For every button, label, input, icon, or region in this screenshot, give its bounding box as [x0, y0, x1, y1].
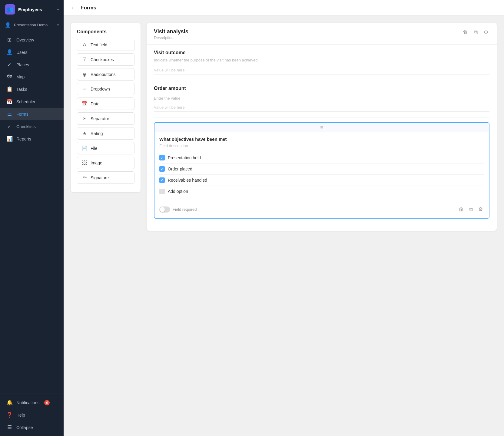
field-copy-button[interactable]: ⧉ — [468, 206, 474, 213]
toggle-knob — [160, 207, 165, 212]
sidebar-item-label-map: Map — [16, 74, 25, 79]
users-icon: 👤 — [6, 49, 13, 55]
component-label-dropdown: Dropdown — [91, 87, 110, 91]
sidebar-item-label-forms: Forms — [16, 112, 28, 117]
sidebar-item-label-checklists: Checklists — [16, 124, 36, 129]
checkbox-row-add-option[interactable]: Add option — [159, 186, 484, 197]
checkbox-row-order-placed[interactable]: ✓Order placed — [159, 164, 484, 175]
checkbox-add-option[interactable] — [159, 189, 165, 194]
date-icon: 📅 — [81, 101, 88, 107]
checkbox-list: ✓Presentation held✓Order placed✓Receivab… — [159, 152, 484, 197]
reports-icon: 📊 — [6, 136, 13, 142]
footer-item-collapse[interactable]: ☰Collapse — [0, 421, 64, 434]
brand-label: Employees — [18, 7, 42, 12]
rating-icon: ★ — [81, 130, 88, 136]
help-icon: ❓ — [6, 412, 13, 418]
back-button[interactable]: ← — [71, 4, 77, 11]
radiobuttons-icon: ◉ — [81, 71, 88, 77]
map-icon: 🗺 — [6, 74, 13, 80]
draggable-content: What objectives have been met Field desc… — [154, 132, 489, 201]
components-panel: Components AText field☑Checkboxes◉Radiob… — [71, 23, 141, 192]
component-separator[interactable]: ✂Separator — [77, 112, 134, 125]
sidebar-item-overview[interactable]: ⊞Overview — [0, 34, 64, 46]
main-area: ← Forms Components AText field☑Checkboxe… — [64, 0, 504, 436]
sidebar-item-label-reports: Reports — [16, 137, 31, 141]
checkboxes-icon: ☑ — [81, 57, 88, 62]
form-copy-button[interactable]: ⧉ — [473, 29, 479, 36]
dropdown-icon: ≡ — [81, 86, 88, 92]
section-label-visit-outcome: Visit outcome — [154, 50, 489, 55]
sidebar-nav: ⊞Overview👤Users✓Places🗺Map📋Tasks📅Schedul… — [0, 31, 64, 394]
field-required-toggle[interactable] — [159, 206, 170, 213]
checkbox-row-presentation-held[interactable]: ✓Presentation held — [159, 152, 484, 164]
sidebar-footer: 🔔Notifications6❓Help☰Collapse — [0, 394, 64, 436]
input-placeholder-order-amount: Enter the value — [154, 94, 489, 103]
checkbox-presentation-held[interactable]: ✓ — [159, 155, 165, 160]
component-image[interactable]: 🖼Image — [77, 157, 134, 169]
form-body: Visit outcome Indicate whether the purpo… — [147, 45, 497, 231]
checklists-icon: ✓ — [6, 123, 13, 130]
field-required-wrap: Field required — [159, 206, 197, 213]
field-footer: Field required 🗑 ⧉ ⚙ — [154, 201, 489, 218]
footer-item-notifications[interactable]: 🔔Notifications6 — [0, 396, 64, 409]
field-delete-button[interactable]: 🗑 — [457, 206, 465, 213]
sidebar-item-label-users: Users — [16, 50, 28, 55]
component-signature[interactable]: ✏Signature — [77, 171, 134, 184]
sidebar-item-places[interactable]: ✓Places — [0, 58, 64, 71]
form-delete-button[interactable]: 🗑 — [462, 29, 469, 36]
checkbox-label-receivables-handled: Receivables handled — [168, 178, 207, 183]
section-order-amount: Order amount Enter the value Value will … — [154, 80, 489, 117]
component-date[interactable]: 📅Date — [77, 97, 134, 110]
sidebar-item-label-overview: Overview — [16, 38, 34, 42]
checkbox-label-add-option: Add option — [168, 189, 188, 194]
brand-icon: 👥 — [5, 4, 15, 15]
signature-icon: ✏ — [81, 175, 88, 180]
file-icon: 📄 — [81, 145, 88, 151]
component-label-file: File — [91, 146, 98, 151]
sidebar-item-forms[interactable]: ☰Forms — [0, 108, 64, 120]
draggable-section: ≡ What objectives have been met Field de… — [154, 122, 489, 219]
form-settings-button[interactable]: ⚙ — [482, 28, 489, 36]
component-label-radiobuttons: Radiobuttons — [91, 72, 116, 77]
collapse-icon: ☰ — [6, 424, 13, 431]
form-title: Visit analysis — [154, 28, 188, 35]
sidebar-sub[interactable]: 👤 Presentation Demo ▾ — [0, 19, 64, 31]
component-label-image: Image — [91, 160, 102, 165]
sidebar-item-label-places: Places — [16, 62, 29, 67]
value-placeholder-visit-outcome: Value will be here — [154, 66, 489, 74]
sub-label: Presentation Demo — [14, 23, 48, 27]
notification-badge: 6 — [44, 400, 50, 405]
component-label-rating: Rating — [91, 131, 103, 136]
checkbox-row-receivables-handled[interactable]: ✓Receivables handled — [159, 175, 484, 186]
component-label-text-field: Text field — [91, 42, 107, 47]
brand-arrow-icon: ▾ — [57, 8, 59, 11]
sidebar-item-checklists[interactable]: ✓Checklists — [0, 120, 64, 133]
component-radiobuttons[interactable]: ◉Radiobuttons — [77, 68, 134, 81]
sidebar-item-scheduler[interactable]: 📅Scheduler — [0, 95, 64, 108]
sidebar-item-map[interactable]: 🗺Map — [0, 71, 64, 83]
component-text-field[interactable]: AText field — [77, 39, 134, 51]
sidebar-item-reports[interactable]: 📊Reports — [0, 133, 64, 145]
component-dropdown[interactable]: ≡Dropdown — [77, 83, 134, 95]
field-settings-button[interactable]: ⚙ — [477, 206, 484, 213]
checkbox-order-placed[interactable]: ✓ — [159, 166, 165, 172]
sidebar: 👥 Employees ▾ 👤 Presentation Demo ▾ ⊞Ove… — [0, 0, 64, 436]
brand[interactable]: 👥 Employees ▾ — [5, 4, 59, 15]
places-icon: ✓ — [6, 61, 13, 68]
component-checkboxes[interactable]: ☑Checkboxes — [77, 53, 134, 66]
drag-handle[interactable]: ≡ — [154, 123, 489, 132]
section-label-order-amount: Order amount — [154, 86, 489, 91]
footer-item-label-help: Help — [16, 413, 25, 418]
footer-item-label-notifications: Notifications — [16, 400, 39, 405]
page-title: Forms — [81, 5, 96, 11]
sidebar-item-tasks[interactable]: 📋Tasks — [0, 83, 64, 95]
component-label-checkboxes: Checkboxes — [91, 57, 114, 62]
image-icon: 🖼 — [81, 160, 88, 166]
notifications-icon: 🔔 — [6, 399, 13, 406]
footer-item-help[interactable]: ❓Help — [0, 409, 64, 421]
component-rating[interactable]: ★Rating — [77, 127, 134, 140]
sidebar-item-users[interactable]: 👤Users — [0, 46, 64, 58]
component-file[interactable]: 📄File — [77, 142, 134, 154]
checkbox-receivables-handled[interactable]: ✓ — [159, 177, 165, 183]
form-panel: Visit analysis Description 🗑 ⧉ ⚙ Visit o… — [147, 23, 497, 231]
